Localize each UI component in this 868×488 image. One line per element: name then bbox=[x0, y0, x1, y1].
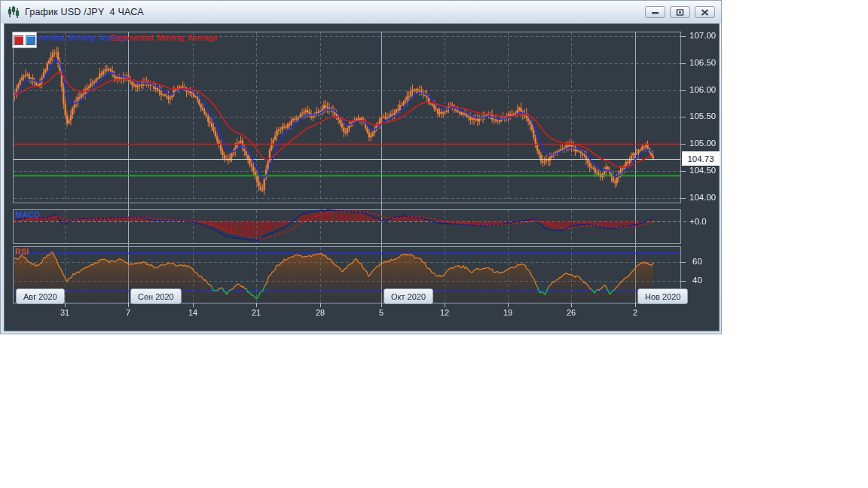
legend-box[interactable] bbox=[12, 32, 37, 48]
date-tick-label: 26 bbox=[567, 308, 576, 317]
month-button[interactable]: Авг 2020 bbox=[16, 288, 65, 304]
date-tick-label: 12 bbox=[440, 308, 449, 317]
macd-zero-label: +0.0 bbox=[689, 217, 707, 226]
month-button[interactable]: Нов 2020 bbox=[637, 288, 688, 304]
rsi-pane-label: RSI bbox=[15, 247, 29, 256]
month-button[interactable]: Сен 2020 bbox=[130, 288, 182, 304]
rsi-tick-label: 40 bbox=[692, 276, 702, 285]
date-tick-label: 5 bbox=[379, 308, 384, 317]
date-tick-label: 2 bbox=[633, 308, 637, 317]
date-tick-label: 28 bbox=[316, 308, 325, 317]
date-tick-label: 19 bbox=[503, 308, 512, 317]
price-tick-label: 105.00 bbox=[689, 139, 716, 148]
price-tick-label: 106.00 bbox=[689, 85, 716, 94]
legend-red-swatch[interactable] bbox=[14, 35, 23, 45]
current-price-box: 104.73 bbox=[682, 151, 720, 166]
legend-blue-swatch[interactable] bbox=[26, 35, 35, 45]
price-tick-label: 104.00 bbox=[689, 193, 716, 202]
date-tick-label: 21 bbox=[252, 308, 261, 317]
price-tick-label: 106.50 bbox=[689, 58, 716, 67]
month-button[interactable]: Окт 2020 bbox=[384, 288, 433, 304]
rsi-tick-label: 60 bbox=[692, 257, 702, 266]
price-tick-label: 104.50 bbox=[689, 166, 716, 175]
date-tick-label: 14 bbox=[188, 308, 197, 317]
date-tick-label: 7 bbox=[126, 308, 130, 317]
chart-window: График USD /JPY 4 ЧАСА Exponential_Movin… bbox=[0, 0, 722, 334]
price-tick-label: 105.50 bbox=[689, 111, 716, 120]
macd-pane-label: MACD bbox=[15, 210, 40, 219]
price-chart-canvas[interactable] bbox=[1, 1, 723, 335]
price-tick-label: 107.00 bbox=[689, 31, 716, 40]
legend-ma-slow-label: Exponential_Moving_Average bbox=[111, 34, 218, 42]
date-tick-label: 31 bbox=[60, 308, 69, 317]
